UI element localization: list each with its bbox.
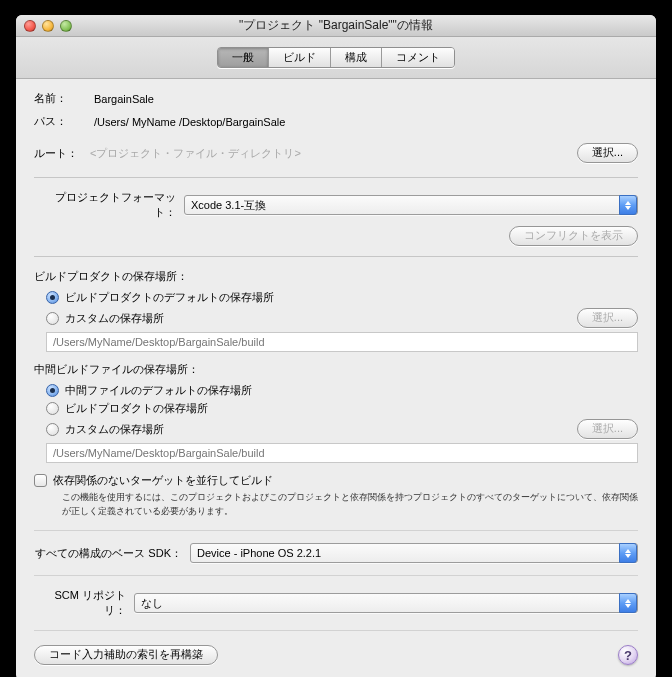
- choose-root-button[interactable]: 選択...: [577, 143, 638, 163]
- sdk-row: すべての構成のベース SDK： Device - iPhone OS 2.2.1: [34, 543, 638, 563]
- dependency-label: 依存関係のないターゲットを並行してビルド: [53, 473, 273, 488]
- format-select[interactable]: Xcode 3.1-互換: [184, 195, 638, 215]
- tab-comment[interactable]: コメント: [382, 48, 454, 67]
- chevron-updown-icon: [619, 195, 637, 215]
- scm-label: SCM リポジトリ：: [34, 588, 134, 618]
- divider: [34, 256, 638, 257]
- close-icon[interactable]: [24, 20, 36, 32]
- zoom-icon[interactable]: [60, 20, 72, 32]
- divider: [34, 630, 638, 631]
- tab-segment: 一般 ビルド 構成 コメント: [217, 47, 455, 68]
- scm-select[interactable]: なし: [134, 593, 638, 613]
- format-label: プロジェクトフォーマット：: [34, 190, 184, 220]
- build-loc-default-row: ビルドプロダクトのデフォルトの保存場所: [46, 290, 638, 305]
- scm-row: SCM リポジトリ： なし: [34, 588, 638, 618]
- root-row: ルート： <プロジェクト・ファイル・ディレクトリ> 選択...: [34, 143, 638, 163]
- project-info-window: "プロジェクト "BargainSale""の情報 一般 ビルド 構成 コメント…: [16, 15, 656, 677]
- radio-inter-default[interactable]: [46, 384, 59, 397]
- inter-loc-custom-row: カスタムの保存場所 選択...: [46, 419, 638, 439]
- name-row: 名前： BargainSale: [34, 91, 638, 106]
- build-location-title: ビルドプロダクトの保存場所：: [34, 269, 638, 284]
- dependency-note: この機能を使用するには、このプロジェクトおよびこのプロジェクトと依存関係を持つプ…: [62, 491, 638, 518]
- inter-location-title: 中間ビルドファイルの保存場所：: [34, 362, 638, 377]
- tab-build[interactable]: ビルド: [269, 48, 331, 67]
- radio-inter-buildprod[interactable]: [46, 402, 59, 415]
- chevron-updown-icon: [619, 543, 637, 563]
- content: 名前： BargainSale パス： /Users/ MyName /Desk…: [16, 79, 656, 677]
- show-conflicts-button[interactable]: コンフリクトを表示: [509, 226, 638, 246]
- inter-loc-buildprod-label: ビルドプロダクトの保存場所: [65, 401, 208, 416]
- divider: [34, 575, 638, 576]
- dependency-row: 依存関係のないターゲットを並行してビルド: [34, 473, 638, 488]
- inter-loc-custom-label: カスタムの保存場所: [65, 422, 164, 437]
- chevron-updown-icon: [619, 593, 637, 613]
- traffic-lights: [16, 20, 72, 32]
- root-label: ルート：: [34, 146, 90, 161]
- inter-loc-default-row: 中間ファイルのデフォルトの保存場所: [46, 383, 638, 398]
- build-loc-custom-label: カスタムの保存場所: [65, 311, 164, 326]
- radio-build-default[interactable]: [46, 291, 59, 304]
- name-value: BargainSale: [94, 93, 638, 105]
- path-value: /Users/ MyName /Desktop/BargainSale: [94, 116, 638, 128]
- sdk-value: Device - iPhone OS 2.2.1: [197, 547, 321, 559]
- build-path-display: /Users/MyName/Desktop/BargainSale/build: [46, 332, 638, 352]
- root-placeholder: <プロジェクト・ファイル・ディレクトリ>: [90, 146, 577, 161]
- tab-config[interactable]: 構成: [331, 48, 382, 67]
- inter-loc-buildprod-row: ビルドプロダクトの保存場所: [46, 401, 638, 416]
- radio-build-custom[interactable]: [46, 312, 59, 325]
- build-loc-custom-row: カスタムの保存場所 選択...: [46, 308, 638, 328]
- name-label: 名前：: [34, 91, 94, 106]
- format-value: Xcode 3.1-互換: [191, 198, 266, 213]
- choose-inter-button[interactable]: 選択...: [577, 419, 638, 439]
- inter-loc-default-label: 中間ファイルのデフォルトの保存場所: [65, 383, 252, 398]
- conflict-row: コンフリクトを表示: [34, 226, 638, 246]
- minimize-icon[interactable]: [42, 20, 54, 32]
- path-row: パス： /Users/ MyName /Desktop/BargainSale: [34, 114, 638, 129]
- sdk-select[interactable]: Device - iPhone OS 2.2.1: [190, 543, 638, 563]
- tab-general[interactable]: 一般: [218, 48, 269, 67]
- inter-path-display: /Users/MyName/Desktop/BargainSale/build: [46, 443, 638, 463]
- titlebar: "プロジェクト "BargainSale""の情報: [16, 15, 656, 37]
- divider: [34, 530, 638, 531]
- rebuild-index-button[interactable]: コード入力補助の索引を再構築: [34, 645, 218, 665]
- radio-inter-custom[interactable]: [46, 423, 59, 436]
- tab-bar: 一般 ビルド 構成 コメント: [16, 37, 656, 79]
- window-title: "プロジェクト "BargainSale""の情報: [16, 17, 656, 34]
- sdk-label: すべての構成のベース SDK：: [34, 546, 190, 561]
- bottom-row: コード入力補助の索引を再構築 ?: [34, 645, 638, 665]
- scm-value: なし: [141, 596, 163, 611]
- path-label: パス：: [34, 114, 94, 129]
- choose-build-button[interactable]: 選択...: [577, 308, 638, 328]
- format-row: プロジェクトフォーマット： Xcode 3.1-互換: [34, 190, 638, 220]
- help-button[interactable]: ?: [618, 645, 638, 665]
- parallel-build-checkbox[interactable]: [34, 474, 47, 487]
- divider: [34, 177, 638, 178]
- build-loc-default-label: ビルドプロダクトのデフォルトの保存場所: [65, 290, 274, 305]
